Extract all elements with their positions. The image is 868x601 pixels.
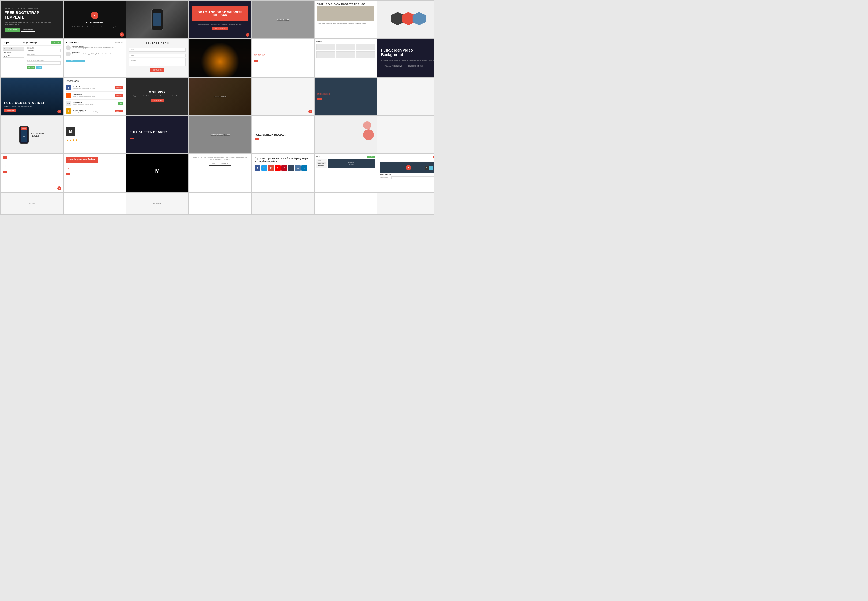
set-block-label: [434, 156, 434, 158]
close-btn[interactable]: ×: [246, 33, 250, 37]
fb-desc: Add Facebook comments to your site.: [73, 88, 95, 89]
avatar-2: [66, 52, 70, 56]
sc-remove-btn[interactable]: REMOVE: [115, 94, 123, 97]
add-blank-btn[interactable]: Add Blank: [27, 66, 35, 69]
editor-page-2[interactable]: about.html: [317, 165, 326, 166]
full-screen-label: FULL-SCREEN HEADER: [254, 133, 311, 136]
page-title-input[interactable]: [27, 55, 61, 58]
arrow-icon-1: →: [3, 163, 61, 168]
param-input-1[interactable]: [391, 176, 434, 179]
hand-text: Mobile Ready: [277, 19, 289, 21]
mobirise-label: MOBIRISE: [254, 54, 312, 56]
click-here-button[interactable]: CLICK HERE: [21, 28, 35, 32]
block-item-3[interactable]: [356, 44, 375, 50]
google-social-icon[interactable]: G+: [268, 165, 274, 171]
change-seo-btn[interactable]: [254, 138, 259, 139]
bottom-cell-6: [315, 193, 377, 214]
builder-desc: Create beautiful mobile-friendly website…: [189, 23, 251, 25]
params-title: VIDEO EMBED: [379, 174, 434, 176]
sc-desc: Embed a Soundcloud playlist or track!: [73, 96, 95, 97]
builder-btns: [317, 98, 374, 100]
block-item-1[interactable]: [316, 44, 335, 50]
block-item-2[interactable]: [336, 44, 355, 50]
comment-2: Max Erlam Thanks for this application gu…: [66, 52, 123, 56]
contact-title: CONTACT FORM: [129, 42, 186, 44]
pinterest-social-icon[interactable]: P: [282, 165, 287, 171]
contact-name-input[interactable]: [129, 48, 186, 52]
play-icon-small[interactable]: ▶: [406, 165, 411, 170]
download-windows-btn[interactable]: DOWNLOAD FOR WINDOWS: [381, 64, 404, 68]
meta-label: PAGE META DESCRIPTION:: [27, 59, 61, 61]
fss-btn[interactable]: CLICK HERE: [4, 109, 16, 112]
builder-header: DRAG AND DROP WEBSITEBUILDER: [192, 6, 248, 21]
comment-1: Natasha Kreder This is truly amazing app…: [66, 45, 123, 50]
follow-us-cell: Просмотрите ваш сайт в браузере и опубли…: [252, 154, 314, 192]
page-item-2[interactable]: page2.html: [3, 54, 24, 58]
contact-email-input[interactable]: [129, 53, 186, 57]
page-item-1[interactable]: page1.html: [3, 51, 24, 54]
tumblr-social-icon[interactable]: t: [288, 165, 294, 171]
extensions-title: Extensions: [66, 80, 123, 82]
close-icon-2[interactable]: ×: [308, 110, 312, 113]
editor-page-1[interactable]: index.html: [317, 162, 326, 164]
block-item-5[interactable]: [336, 51, 355, 58]
crowd-text: Crowd Event: [214, 95, 226, 98]
meta-input[interactable]: [27, 61, 61, 65]
fullscreen-video-cell: Full-Screen Video Background Add breatht…: [378, 39, 434, 77]
editor-publish-btn[interactable]: ✦ Publish: [367, 156, 375, 158]
ru-btn[interactable]: [129, 138, 134, 139]
fb-remove-btn[interactable]: REMOVE: [115, 86, 123, 89]
phone-hand-cell: Mobile Website Builder: [189, 116, 251, 154]
vk-social-icon[interactable]: вк: [295, 165, 301, 171]
close-btn[interactable]: Close: [36, 66, 43, 69]
analytics-icon: 📈: [66, 108, 71, 114]
get-started-btn[interactable]: [254, 60, 258, 62]
phone-header-cell: MOBIRISE FULL-SHEADE FULL-SCREENHEADER: [1, 116, 63, 154]
fss-desc: Make your website a first class web app: [4, 105, 59, 107]
ga-desc: Add Google Analytics or any other tracki…: [73, 111, 98, 113]
learn-more-dark-btn[interactable]: LEARN MORE: [151, 99, 164, 102]
twitter-social-icon[interactable]: 🐦: [261, 165, 267, 171]
load-more-comments-btn[interactable]: Load 10 more comments: [66, 59, 85, 62]
close-icon-3[interactable]: ×: [57, 186, 61, 190]
bottom-cell-7: [378, 193, 434, 214]
live-demo-btn[interactable]: [317, 98, 321, 100]
phone-hand-text: Mobile Website Builder: [210, 134, 230, 136]
download-mac-btn[interactable]: DOWNLOAD FOR MAC: [406, 64, 425, 68]
ext-code: </> Code Editor Edit the HTML/CSS code o…: [66, 99, 123, 107]
learn-more-button[interactable]: LEARN MORE: [5, 28, 20, 32]
russian-prog-cell: FULL-SCREEN HEADER: [126, 116, 188, 154]
ga-remove-btn[interactable]: REMOVE: [115, 110, 123, 113]
file-name-input[interactable]: [27, 49, 61, 52]
contact-message-input[interactable]: [129, 58, 186, 66]
page-item-index[interactable]: index.html: [3, 47, 24, 51]
linkedin-social-icon[interactable]: in: [302, 165, 308, 171]
fullscreen-slider-cell: FULL SCREEN SLIDER Make your website a f…: [1, 78, 63, 115]
see-all-templates-btn[interactable]: SEE ALL TEMPLATES: [209, 162, 231, 166]
play-icon[interactable]: ▶: [91, 12, 99, 19]
mobirise-editor-cell: Mobirise ✦ Publish Pages index.html abou…: [315, 154, 377, 192]
youtube-social-icon[interactable]: ▶: [275, 165, 280, 171]
settings-label: Page Settings: [23, 41, 37, 44]
skip-btn[interactable]: [323, 98, 328, 100]
close-icon[interactable]: ×: [57, 110, 61, 113]
set-block-params-cell: ▶ VIDEO EMBED Robot's Label B M G: [378, 154, 434, 192]
mobirise-dark-desc: Verify your website a first class web ap…: [128, 95, 186, 96]
code-seo-btn[interactable]: SEO: [118, 102, 123, 105]
facebook-social-icon[interactable]: f: [254, 165, 260, 171]
contact-form-cell: CONTACT FORM CONTACT US: [126, 39, 188, 77]
hex-blue-icon: [412, 11, 426, 29]
learn-more-btn[interactable]: LEARN MORE: [212, 27, 228, 30]
editor-layout: Pages index.html about.html MOBIRISEBUIL…: [316, 159, 375, 168]
fss-title: FULL SCREEN SLIDER: [4, 101, 59, 104]
close-icon[interactable]: ×: [120, 32, 124, 37]
app-logo: M: [66, 127, 75, 136]
blocks-grid: [316, 44, 375, 58]
editor-sidebar: Pages index.html about.html: [316, 159, 327, 168]
block-item-6[interactable]: [356, 51, 375, 58]
publish-btn[interactable]: ✦ Publish: [51, 41, 61, 44]
blog-text: Latest blog posts and news about website…: [317, 22, 375, 24]
contact-submit-btn[interactable]: CONTACT US: [150, 69, 164, 72]
mobirise-dark-title: MOBIRISE: [149, 91, 166, 94]
block-item-4[interactable]: [316, 51, 335, 58]
